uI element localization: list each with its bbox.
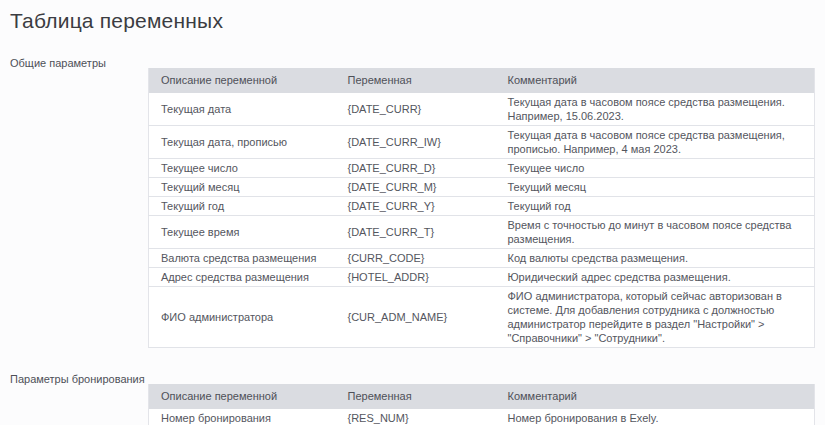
comment-cell: Текущая дата в часовом поясе средства ра… (496, 93, 815, 126)
variable-cell: {RES_NUM} (336, 409, 496, 425)
section-general-params: Общие параметры Описание переменной Пере… (10, 57, 815, 348)
variable-cell: {CURR_CODE} (336, 249, 496, 268)
column-header-comment: Комментарий (496, 68, 815, 93)
page-title: Таблица переменных (10, 8, 815, 34)
column-header-variable: Переменная (336, 68, 496, 93)
column-header-description: Описание переменной (149, 68, 336, 93)
table-header-row: Описание переменной Переменная Комментар… (149, 68, 815, 93)
description-cell: Текущее число (149, 159, 336, 178)
column-header-comment: Комментарий (496, 384, 815, 409)
comment-cell: Текущий год (496, 197, 815, 216)
table-row: Валюта средства размещения {CURR_CODE} К… (149, 249, 815, 268)
column-header-variable: Переменная (336, 384, 496, 409)
table-row: Текущее время {DATE_CURR_T} Время с точн… (149, 216, 815, 249)
variable-cell: {DATE_CURR_T} (336, 216, 496, 249)
comment-cell: Текущая дата в часовом поясе средства ра… (496, 126, 815, 159)
comment-cell: Юридический адрес средства размещения. (496, 268, 815, 287)
variable-cell: {DATE_CURR_D} (336, 159, 496, 178)
description-cell: Валюта средства размещения (149, 249, 336, 268)
column-header-description: Описание переменной (149, 384, 336, 409)
variables-doc-page: Таблица переменных Общие параметры Описа… (0, 0, 825, 425)
table-row: Текущий год {DATE_CURR_Y} Текущий год (149, 197, 815, 216)
comment-cell: Текущее число (496, 159, 815, 178)
comment-cell: Код валюты средства размещения. (496, 249, 815, 268)
comment-cell: Текущий месяц (496, 178, 815, 197)
section-booking-params: Параметры бронирования Описание переменн… (10, 373, 815, 425)
description-cell: Адрес средства размещения (149, 268, 336, 287)
variable-cell: {DATE_CURR_M} (336, 178, 496, 197)
booking-params-table-wrap: Описание переменной Переменная Комментар… (148, 384, 815, 425)
comment-cell: Время с точностью до минут в часовом поя… (496, 216, 815, 249)
table-row: Текущая дата, прописью {DATE_CURR_IW} Те… (149, 126, 815, 159)
description-cell: Текущая дата, прописью (149, 126, 336, 159)
description-cell: Текущий год (149, 197, 336, 216)
table-row: Номер бронирования {RES_NUM} Номер брони… (149, 409, 815, 425)
variable-cell: {DATE_CURR_IW} (336, 126, 496, 159)
description-cell: Номер бронирования (149, 409, 336, 425)
table-row: Текущая дата {DATE_CURR} Текущая дата в … (149, 93, 815, 126)
comment-cell: ФИО администратора, который сейчас автор… (496, 287, 815, 348)
general-params-table-wrap: Описание переменной Переменная Комментар… (148, 68, 815, 348)
variable-cell: {DATE_CURR_Y} (336, 197, 496, 216)
comment-cell: Номер бронирования в Exely. (496, 409, 815, 425)
variable-cell: {CUR_ADM_NAME} (336, 287, 496, 348)
table-header-row: Описание переменной Переменная Комментар… (149, 384, 815, 409)
description-cell: Текущее время (149, 216, 336, 249)
variable-cell: {HOTEL_ADDR} (336, 268, 496, 287)
table-row: Адрес средства размещения {HOTEL_ADDR} Ю… (149, 268, 815, 287)
booking-params-table: Описание переменной Переменная Комментар… (148, 384, 815, 425)
table-row: ФИО администратора {CUR_ADM_NAME} ФИО ад… (149, 287, 815, 348)
description-cell: ФИО администратора (149, 287, 336, 348)
description-cell: Текущий месяц (149, 178, 336, 197)
section-label-booking: Параметры бронирования (10, 373, 148, 386)
variable-cell: {DATE_CURR} (336, 93, 496, 126)
table-row: Текущий месяц {DATE_CURR_M} Текущий меся… (149, 178, 815, 197)
general-params-table: Описание переменной Переменная Комментар… (148, 68, 815, 348)
section-label-general: Общие параметры (10, 57, 148, 70)
table-row: Текущее число {DATE_CURR_D} Текущее числ… (149, 159, 815, 178)
description-cell: Текущая дата (149, 93, 336, 126)
